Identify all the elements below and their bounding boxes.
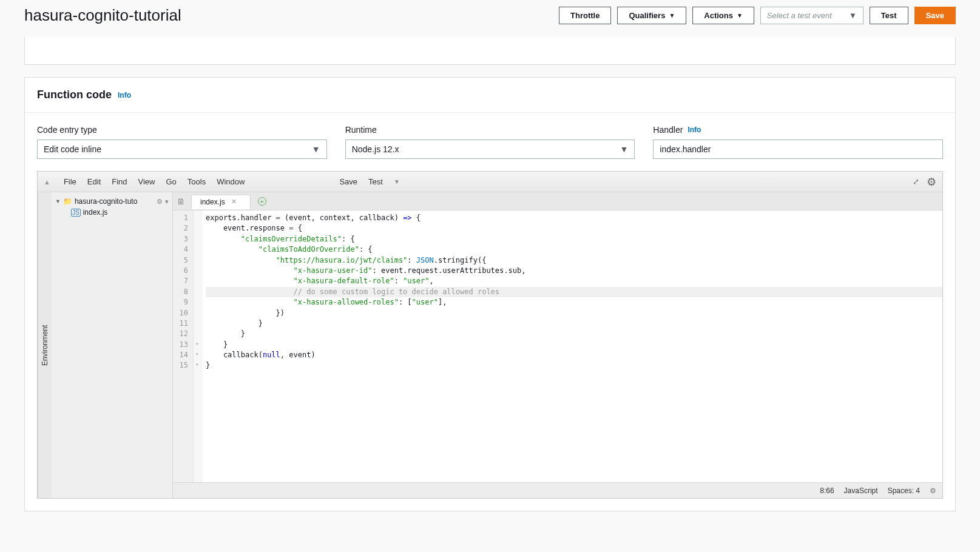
caret-down-icon: ▼ [737,12,743,19]
function-code-section: Function code Info Code entry type Edit … [24,77,956,511]
runtime-select[interactable]: Node.js 12.x ▼ [345,140,635,159]
fold-gutter: ▸▸▸ [194,210,202,482]
environment-tab[interactable]: Environment [38,192,52,498]
gear-icon[interactable]: ⚙ [927,175,936,189]
menu-edit[interactable]: Edit [87,177,101,186]
page-header: hasura-cognito-tutorial Throttle Qualifi… [0,0,980,37]
menu-tools[interactable]: Tools [188,177,206,186]
ide-test-button[interactable]: Test [368,177,383,186]
language-mode[interactable]: JavaScript [844,486,878,495]
header-actions: Throttle Qualifiers▼ Actions▼ Select a t… [559,7,956,24]
tree-root[interactable]: ▼ 📁 hasura-cognito-tuto ⚙ ▾ [54,196,170,207]
status-gear-icon[interactable]: ⚙ [930,486,936,495]
doc-icon[interactable]: 🗎 [177,197,185,206]
function-title: hasura-cognito-tutorial [24,6,559,25]
js-file-icon: JS [71,209,81,217]
caret-down-icon: ▼ [312,144,320,154]
menu-window[interactable]: Window [217,177,245,186]
chevron-down-icon: ▼ [55,198,61,204]
menu-find[interactable]: Find [112,177,127,186]
folder-icon: 📁 [63,197,72,206]
section-title: Function code [37,89,112,101]
ide-test-caret[interactable]: ▼ [394,178,400,185]
indent-mode[interactable]: Spaces: 4 [888,486,920,495]
test-event-placeholder: Select a test event [767,11,832,20]
caret-down-icon: ▼ [669,12,675,19]
actions-button[interactable]: Actions▼ [692,7,754,24]
fullscreen-icon[interactable]: ⤢ [913,177,919,186]
ide-statusbar: 8:66 JavaScript Spaces: 4 ⚙ [173,482,942,498]
editor-tabs: 🗎 index.js ✕ + [173,192,942,210]
handler-info-link[interactable]: Info [688,126,701,134]
file-tree: ▼ 📁 hasura-cognito-tuto ⚙ ▾ JS index.js [52,192,173,498]
menu-view[interactable]: View [138,177,155,186]
line-gutter: 1 2 3 4 5 6 7 8 9 10 11 12 13 [173,210,194,482]
code-entry-select[interactable]: Edit code inline ▼ [37,140,327,159]
tree-file-indexjs[interactable]: JS index.js [54,207,170,218]
info-link[interactable]: Info [118,91,131,99]
menu-go[interactable]: Go [166,177,177,186]
test-button[interactable]: Test [870,7,908,24]
handler-label: Handler [653,125,683,135]
handler-input[interactable]: index.handler [653,140,943,159]
tree-caret-icon[interactable]: ▾ [165,198,169,206]
ide-save-button[interactable]: Save [339,177,357,186]
runtime-label: Runtime [345,125,635,135]
code-area[interactable]: 1 2 3 4 5 6 7 8 9 10 11 12 13 [173,210,942,482]
qualifiers-button[interactable]: Qualifiers▼ [617,7,686,24]
caret-down-icon: ▼ [620,144,628,154]
add-tab-button[interactable]: + [258,197,266,206]
save-button[interactable]: Save [914,7,956,24]
tab-indexjs[interactable]: index.js ✕ [191,195,251,209]
code-lines: exports.handler = (event, context, callb… [202,210,942,482]
collapse-icon[interactable]: ▲ [44,178,50,186]
throttle-button[interactable]: Throttle [559,7,611,24]
ide-menubar: ▲ File Edit Find View Go Tools Window Sa… [38,172,942,192]
designer-card-placeholder [24,37,956,65]
close-icon[interactable]: ✕ [231,198,237,206]
test-event-select[interactable]: Select a test event ▼ [760,7,863,24]
cursor-position[interactable]: 8:66 [820,486,834,495]
code-editor: ▲ File Edit Find View Go Tools Window Sa… [37,171,943,499]
caret-down-icon: ▼ [849,11,857,20]
menu-file[interactable]: File [64,177,76,186]
code-entry-label: Code entry type [37,125,327,135]
tree-gear-icon[interactable]: ⚙ [157,198,163,206]
